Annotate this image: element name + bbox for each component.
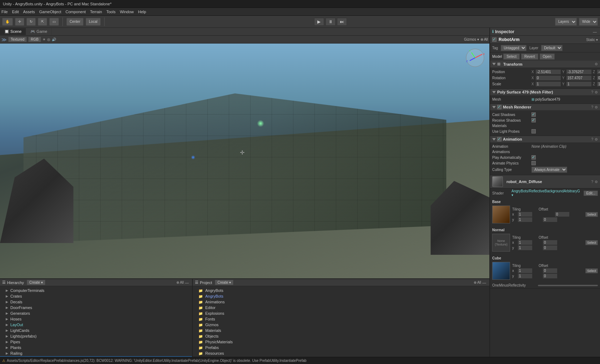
scene-move-cross[interactable]: ✛ [240,149,244,156]
menu-tools[interactable]: Tools [106,10,116,14]
hierarchy-item-hoses[interactable]: ▶ Hoses [0,316,192,322]
shader-edit-btn[interactable]: Edit... [584,191,598,196]
project-folder-materials[interactable]: 📁 Materials [193,328,489,333]
tab-game[interactable]: 🎮 Game [26,28,52,35]
project-folder-physicmaterials[interactable]: 📁 PhysicMaterials [193,339,489,345]
menu-assets[interactable]: Assets [23,10,35,14]
menu-edit[interactable]: Edit [12,10,19,14]
hierarchy-item-computerterminals[interactable]: ▶ ComputerTerminals [0,288,192,293]
base-x-offset-input[interactable] [555,212,569,217]
pos-x-input[interactable]: -2.51401 [536,70,561,74]
model-revert-btn[interactable]: Revert [521,54,538,60]
cube-y-offset-input[interactable] [543,274,557,278]
base-y-tiling-input[interactable] [518,217,532,222]
meshfilter-gear-icon[interactable]: ⚙ [595,90,598,94]
project-folder-prefabs[interactable]: 📁 Prefabs [193,345,489,350]
menu-file[interactable]: File [1,10,8,14]
inspector-minimize[interactable]: — [592,30,598,34]
hierarchy-item-layout[interactable]: ▶ LayOut [0,322,192,328]
meshrenderer-header[interactable]: Mesh Renderer ? ⚙ [490,104,600,110]
anim-physics-checkbox[interactable] [531,161,536,165]
hierarchy-minimize[interactable]: — [184,280,190,285]
toolbar-scale-btn[interactable]: ⇱ [38,18,47,26]
scene-view[interactable]: X Y Z ✛ [0,44,489,278]
hierarchy-item-plants[interactable]: ▶ Plants [0,345,192,350]
toolbar-hand-btn[interactable]: ✋ [2,18,13,26]
toolbar-local-btn[interactable]: Local [86,18,101,26]
cube-y-tiling-input[interactable] [518,274,532,278]
animation-gear-icon[interactable]: ⚙ [595,137,598,141]
base-y-offset-input[interactable] [543,217,557,222]
project-all-label[interactable]: ⊕ All [474,280,481,284]
pause-button[interactable]: ⏸ [326,18,336,26]
model-open-btn[interactable]: Open [540,54,555,60]
hierarchy-item-decals[interactable]: ▶ Decals [0,299,192,305]
all-label[interactable]: ⊕ All [480,37,488,41]
play-button[interactable]: ▶ [314,18,324,26]
scene-icon-3[interactable]: 🔊 [52,37,56,41]
pos-z-input[interactable]: -49.51083 [597,70,600,74]
persp-toggle[interactable]: ≫ [1,37,7,42]
gizmos-label[interactable]: Gizmos ▾ [464,37,479,41]
base-x-tiling-input[interactable] [518,212,532,217]
base-texture-thumb[interactable] [492,206,510,223]
hierarchy-item-lightsprefabs[interactable]: ▶ Lights(prefabs) [0,333,192,339]
reflectivity-slider[interactable] [538,285,598,286]
play-auto-checkbox[interactable] [531,155,536,160]
receive-shadows-checkbox[interactable] [531,118,536,122]
hierarchy-all-label[interactable]: ⊕ All [176,280,184,284]
normal-x-offset-input[interactable] [543,240,557,245]
hierarchy-item-robotarm[interactable]: ▶ RobotArm [0,356,192,357]
project-minimize[interactable]: — [481,280,487,285]
hierarchy-item-pipes[interactable]: ▶ Pipes [0,339,192,345]
sca-z-input[interactable] [597,82,600,86]
project-folder-explosions[interactable]: 📁 Explosions [193,310,489,316]
transform-header[interactable]: ⊞ Transform ⚙ [490,61,600,67]
use-light-probes-checkbox[interactable] [531,129,536,133]
cast-shadows-checkbox[interactable] [531,112,536,117]
menu-component[interactable]: Component [65,10,86,14]
material-gear-icon[interactable]: ⚙ [595,180,598,184]
rot-x-input[interactable] [536,76,561,80]
project-folder-angrybots1[interactable]: 📁 AngryBots [193,288,489,293]
cube-x-offset-input[interactable] [543,268,557,273]
pos-y-input[interactable]: -3.376257 [566,70,591,74]
normal-x-tiling-input[interactable] [518,240,532,245]
animation-enabled-checkbox[interactable] [497,137,501,141]
normal-texture-thumb[interactable]: None (Texture) [492,234,510,252]
material-info-icon[interactable]: ? [591,180,593,184]
project-folder-gizmos[interactable]: 📁 Gizmos [193,322,489,328]
project-create-btn[interactable]: Create ▾ [215,280,233,285]
scene-icon-2[interactable]: ◎ [47,37,50,41]
layers-dropdown[interactable]: Layers [555,18,577,26]
rot-z-input[interactable] [597,76,600,80]
toolbar-move-btn[interactable]: ✛ [15,18,24,26]
cube-x-tiling-input[interactable] [518,268,532,273]
project-folder-editor[interactable]: 📁 Editor [193,305,489,310]
gizmo-widget[interactable]: X Y Z [464,47,486,69]
normal-y-tiling-input[interactable] [518,246,532,250]
normal-y-offset-input[interactable] [543,246,557,250]
project-folder-scenes[interactable]: 📁 Scenes [193,356,489,357]
tag-dropdown[interactable]: Untagged [501,45,526,51]
step-button[interactable]: ⏭ [337,18,347,26]
layout-dropdown[interactable]: Wide [579,18,598,26]
menu-gameobject[interactable]: GameObject [39,10,61,14]
layer-dropdown[interactable]: Default [541,45,563,51]
toolbar-center-btn[interactable]: Center [66,18,84,26]
transform-gear-icon[interactable]: ⚙ [595,62,598,66]
menu-terrain[interactable]: Terrain [90,10,102,14]
tab-scene[interactable]: 🔲 Scene [0,28,26,35]
normal-select-btn[interactable]: Select [585,240,598,245]
project-folder-animations[interactable]: 📁 Animations [193,299,489,305]
toolbar-rotate-btn[interactable]: ↻ [26,18,36,26]
meshfilter-info-icon[interactable]: ? [591,90,593,94]
menu-window[interactable]: Window [120,10,134,14]
hierarchy-item-generators[interactable]: ▶ Generators [0,310,192,316]
sca-y-input[interactable] [566,82,591,86]
hierarchy-create-btn[interactable]: Create ▾ [27,280,45,285]
animation-info-icon[interactable]: ? [591,137,593,141]
rot-y-input[interactable] [566,76,591,80]
hierarchy-item-lightcards[interactable]: ▶ LightCards [0,328,192,333]
meshrenderer-gear-icon[interactable]: ⚙ [595,105,598,109]
